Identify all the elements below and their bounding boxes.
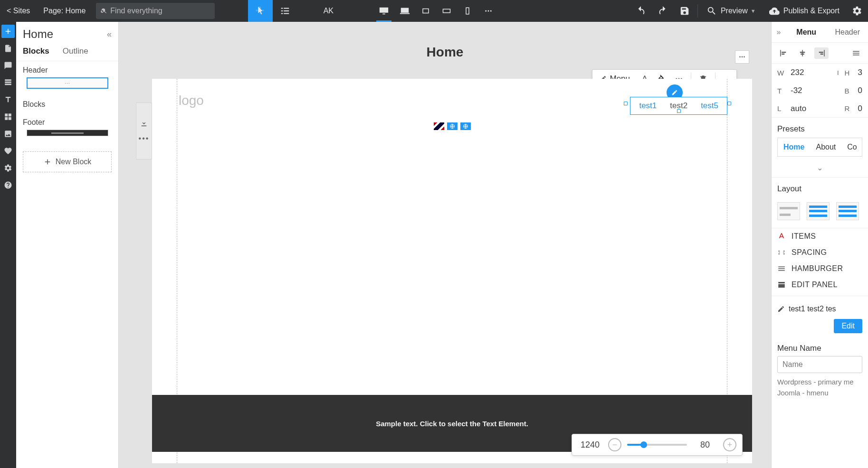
selection-handle[interactable] [624,102,628,105]
layout-option-1[interactable] [777,202,800,220]
rtab-header[interactable]: Header [827,28,868,37]
settings-button[interactable] [846,0,868,22]
device-more-button[interactable] [478,0,499,22]
device-tablet-landscape-button[interactable] [415,0,436,22]
device-preview-switcher [373,0,499,22]
rail-pages-button[interactable] [1,42,15,55]
page-icon [4,44,12,53]
preset-about[interactable]: About [810,143,841,151]
rail-add-button[interactable] [1,25,15,38]
block-thumb-header[interactable] [27,77,108,89]
device-tablet-portrait-button[interactable] [436,0,457,22]
image-icon [4,130,12,138]
prop-editpanel-row[interactable]: EDIT PANEL [772,277,868,293]
global-search[interactable]: Find everything [96,3,215,19]
flag-generic-icon[interactable] [447,122,458,130]
block-thumb-footer[interactable] [27,130,108,136]
zoom-slider[interactable] [627,444,687,446]
logo-placeholder[interactable]: logo [179,93,204,108]
menu-item[interactable]: test5 [701,101,718,111]
align-left-button[interactable] [776,47,791,59]
rail-comments-button[interactable] [1,59,15,72]
rail-sections-button[interactable] [1,76,15,89]
canvas-page[interactable]: logo test1 test2 test5 [152,79,752,463]
edit-menu-items-button[interactable]: Edit [834,319,862,333]
redo-button[interactable] [652,0,674,22]
prop-hamburger-row[interactable]: HAMBURGER [772,261,868,277]
footer-sample-text[interactable]: Sample text. Click to select the Text El… [376,420,528,428]
rail-typography-button[interactable] [1,93,15,106]
top-value[interactable]: -32 [791,86,802,95]
rtab-menu[interactable]: Menu [786,28,827,37]
align-center-button[interactable] [795,47,810,59]
selection-handle[interactable] [727,102,731,105]
language-switcher[interactable] [434,122,471,130]
flag-uk-icon[interactable] [434,122,444,130]
preset-contact[interactable]: Co [841,143,862,151]
presets-expand-button[interactable]: ⌄ [772,160,868,178]
tab-outline[interactable]: Outline [63,47,88,61]
width-label: W [777,69,786,77]
preset-home[interactable]: Home [778,143,810,151]
left-label: L [777,104,786,112]
flag-generic-icon[interactable] [460,122,471,130]
prop-spacing-row[interactable]: SPACING [772,244,868,261]
rail-help-button[interactable] [1,178,15,192]
device-desktop-button[interactable] [373,0,394,22]
gear-icon [852,6,862,16]
zoom-in-button[interactable]: + [723,438,736,451]
menu-item[interactable]: test1 [639,101,657,111]
layout-option-3[interactable] [836,202,859,220]
menu-name-input[interactable] [777,356,862,373]
device-laptop-button[interactable] [394,0,415,22]
collapse-left-panel-button[interactable]: « [107,29,112,39]
prop-spacing-label: SPACING [792,248,827,257]
align-right-button[interactable] [814,47,829,59]
zoom-out-button[interactable]: − [608,438,621,451]
height-label: H [845,69,853,77]
rail-settings-button[interactable] [1,161,15,175]
left-value[interactable]: auto [791,104,806,113]
top-label: T [777,87,786,95]
height-value[interactable]: 3 [858,68,862,77]
header-block[interactable]: logo test1 test2 test5 [152,79,752,140]
rail-layout-button[interactable] [1,110,15,123]
right-value[interactable]: 0 [858,104,862,113]
rail-favorites-button[interactable] [1,144,15,158]
hamburger-icon [777,264,786,273]
plus-icon [43,158,52,166]
tab-blocks[interactable]: Blocks [23,47,49,61]
text-icon [4,95,12,104]
sites-back-link[interactable]: < Sites [0,7,37,15]
menu-items-text: test1 test2 tes [789,305,836,313]
device-phone-button[interactable] [457,0,478,22]
spacing-icon [777,248,786,257]
bottom-value[interactable]: 0 [858,86,862,95]
outline-tool-button[interactable] [273,0,297,22]
move-tool-button[interactable] [248,0,273,22]
help-icon [4,181,12,189]
prop-items-row[interactable]: ITEMS [772,228,868,244]
undo-button[interactable] [630,0,652,22]
save-button[interactable] [674,0,696,22]
page-options-button[interactable]: ··· [735,50,749,64]
page-selector[interactable]: Page: Home [37,7,92,15]
section-label-blocks: Blocks [23,100,112,109]
preview-button[interactable]: Preview ▼ [700,0,763,22]
width-value[interactable]: 232 [791,68,804,77]
new-block-button[interactable]: New Block [23,151,112,172]
expand-right-panel-button[interactable]: » [772,28,786,37]
tablet-portrait-icon [442,7,451,15]
tablet-landscape-icon [421,7,430,15]
align-right-icon [817,49,826,57]
canvas-tray-button[interactable]: ••• [136,103,152,159]
rail-media-button[interactable] [1,127,15,140]
svg-point-2 [490,10,492,12]
layout-option-2[interactable] [807,202,830,220]
align-justify-button[interactable] [849,47,863,59]
selection-handle[interactable] [677,109,681,113]
zoom-slider-knob[interactable] [640,441,647,448]
user-avatar[interactable]: AK [316,7,340,15]
publish-button[interactable]: Publish & Export [763,0,846,22]
menu-items-preview: test1 test2 tes [772,299,868,316]
